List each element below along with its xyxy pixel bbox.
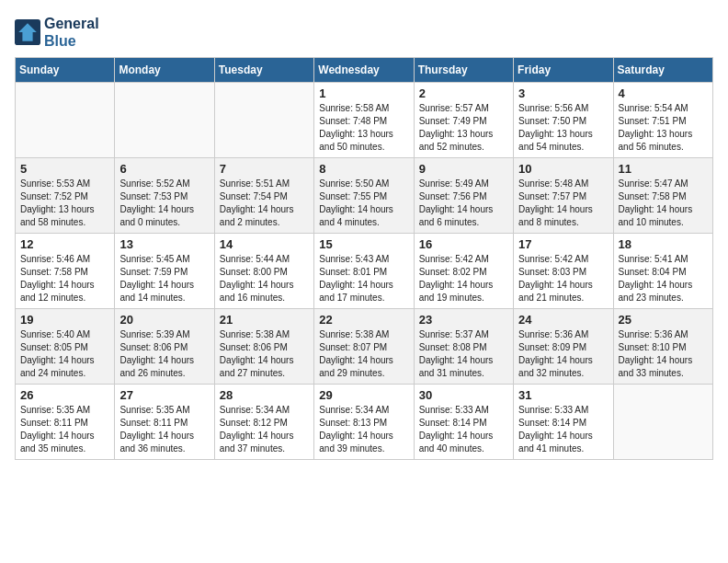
day-info: Sunrise: 5:34 AM Sunset: 8:13 PM Dayligh… xyxy=(319,404,408,455)
day-info: Sunrise: 5:35 AM Sunset: 8:11 PM Dayligh… xyxy=(20,404,109,455)
day-number: 30 xyxy=(419,388,508,402)
day-info: Sunrise: 5:40 AM Sunset: 8:05 PM Dayligh… xyxy=(20,328,109,380)
logo-icon xyxy=(15,19,40,45)
day-info: Sunrise: 5:42 AM Sunset: 8:03 PM Dayligh… xyxy=(518,253,608,304)
calendar-cell: 4Sunrise: 5:54 AM Sunset: 7:51 PM Daylig… xyxy=(613,83,712,158)
calendar-cell: 16Sunrise: 5:42 AM Sunset: 8:02 PM Dayli… xyxy=(414,234,513,309)
day-info: Sunrise: 5:51 AM Sunset: 7:54 PM Dayligh… xyxy=(220,178,309,229)
day-number: 20 xyxy=(119,313,209,327)
week-row-4: 19Sunrise: 5:40 AM Sunset: 8:05 PM Dayli… xyxy=(16,309,713,385)
calendar-cell: 5Sunrise: 5:53 AM Sunset: 7:52 PM Daylig… xyxy=(16,158,115,234)
logo-text: GeneralBlue xyxy=(44,15,99,50)
calendar-cell: 25Sunrise: 5:36 AM Sunset: 8:10 PM Dayli… xyxy=(613,309,712,385)
day-number: 17 xyxy=(518,237,608,251)
day-number: 3 xyxy=(518,86,608,100)
day-number: 10 xyxy=(518,162,608,176)
calendar-cell: 26Sunrise: 5:35 AM Sunset: 8:11 PM Dayli… xyxy=(16,385,115,460)
day-info: Sunrise: 5:46 AM Sunset: 7:58 PM Dayligh… xyxy=(20,253,109,304)
calendar-cell: 24Sunrise: 5:36 AM Sunset: 8:09 PM Dayli… xyxy=(514,309,613,385)
day-info: Sunrise: 5:33 AM Sunset: 8:14 PM Dayligh… xyxy=(518,404,608,455)
logo: GeneralBlue xyxy=(15,15,99,50)
day-info: Sunrise: 5:45 AM Sunset: 7:59 PM Dayligh… xyxy=(119,253,209,304)
day-number: 21 xyxy=(220,313,309,327)
day-number: 1 xyxy=(319,86,408,100)
day-number: 8 xyxy=(319,162,408,176)
calendar-cell: 17Sunrise: 5:42 AM Sunset: 8:03 PM Dayli… xyxy=(514,234,613,309)
day-number: 19 xyxy=(20,313,109,327)
day-info: Sunrise: 5:38 AM Sunset: 8:06 PM Dayligh… xyxy=(220,328,309,380)
day-info: Sunrise: 5:34 AM Sunset: 8:12 PM Dayligh… xyxy=(220,404,309,455)
day-info: Sunrise: 5:33 AM Sunset: 8:14 PM Dayligh… xyxy=(419,404,508,455)
day-info: Sunrise: 5:37 AM Sunset: 8:08 PM Dayligh… xyxy=(419,328,508,380)
calendar-cell: 11Sunrise: 5:47 AM Sunset: 7:58 PM Dayli… xyxy=(613,158,712,234)
calendar-cell: 28Sunrise: 5:34 AM Sunset: 8:12 PM Dayli… xyxy=(214,385,313,460)
calendar-cell xyxy=(214,83,313,158)
calendar-cell: 13Sunrise: 5:45 AM Sunset: 7:59 PM Dayli… xyxy=(115,234,214,309)
day-number: 6 xyxy=(119,162,209,176)
week-row-5: 26Sunrise: 5:35 AM Sunset: 8:11 PM Dayli… xyxy=(16,385,713,460)
day-number: 28 xyxy=(220,388,309,402)
col-header-tuesday: Tuesday xyxy=(214,58,313,83)
week-row-3: 12Sunrise: 5:46 AM Sunset: 7:58 PM Dayli… xyxy=(16,234,713,309)
calendar-cell: 3Sunrise: 5:56 AM Sunset: 7:50 PM Daylig… xyxy=(514,83,613,158)
header-row: SundayMondayTuesdayWednesdayThursdayFrid… xyxy=(16,58,713,83)
day-number: 26 xyxy=(20,388,109,402)
page-header: GeneralBlue xyxy=(15,15,713,50)
calendar-cell: 9Sunrise: 5:49 AM Sunset: 7:56 PM Daylig… xyxy=(414,158,513,234)
col-header-wednesday: Wednesday xyxy=(314,58,414,83)
calendar-cell: 7Sunrise: 5:51 AM Sunset: 7:54 PM Daylig… xyxy=(214,158,313,234)
day-info: Sunrise: 5:41 AM Sunset: 8:04 PM Dayligh… xyxy=(619,253,708,304)
calendar-cell: 22Sunrise: 5:38 AM Sunset: 8:07 PM Dayli… xyxy=(314,309,414,385)
day-number: 4 xyxy=(619,86,708,100)
day-number: 31 xyxy=(518,388,608,402)
day-number: 14 xyxy=(220,237,309,251)
day-number: 23 xyxy=(419,313,508,327)
col-header-sunday: Sunday xyxy=(16,58,115,83)
day-info: Sunrise: 5:48 AM Sunset: 7:57 PM Dayligh… xyxy=(518,178,608,229)
calendar-cell: 23Sunrise: 5:37 AM Sunset: 8:08 PM Dayli… xyxy=(414,309,513,385)
day-info: Sunrise: 5:39 AM Sunset: 8:06 PM Dayligh… xyxy=(119,328,209,380)
week-row-2: 5Sunrise: 5:53 AM Sunset: 7:52 PM Daylig… xyxy=(16,158,713,234)
col-header-friday: Friday xyxy=(514,58,613,83)
day-info: Sunrise: 5:52 AM Sunset: 7:53 PM Dayligh… xyxy=(119,178,209,229)
day-number: 2 xyxy=(419,86,508,100)
calendar-cell: 18Sunrise: 5:41 AM Sunset: 8:04 PM Dayli… xyxy=(613,234,712,309)
day-info: Sunrise: 5:36 AM Sunset: 8:09 PM Dayligh… xyxy=(518,328,608,380)
day-info: Sunrise: 5:44 AM Sunset: 8:00 PM Dayligh… xyxy=(220,253,309,304)
calendar-cell: 8Sunrise: 5:50 AM Sunset: 7:55 PM Daylig… xyxy=(314,158,414,234)
calendar-cell: 30Sunrise: 5:33 AM Sunset: 8:14 PM Dayli… xyxy=(414,385,513,460)
calendar-cell: 15Sunrise: 5:43 AM Sunset: 8:01 PM Dayli… xyxy=(314,234,414,309)
day-info: Sunrise: 5:43 AM Sunset: 8:01 PM Dayligh… xyxy=(319,253,408,304)
calendar-cell: 27Sunrise: 5:35 AM Sunset: 8:11 PM Dayli… xyxy=(115,385,214,460)
col-header-thursday: Thursday xyxy=(414,58,513,83)
day-number: 15 xyxy=(319,237,408,251)
calendar-cell: 6Sunrise: 5:52 AM Sunset: 7:53 PM Daylig… xyxy=(115,158,214,234)
calendar-cell: 10Sunrise: 5:48 AM Sunset: 7:57 PM Dayli… xyxy=(514,158,613,234)
day-number: 24 xyxy=(518,313,608,327)
day-number: 16 xyxy=(419,237,508,251)
calendar-cell xyxy=(115,83,214,158)
day-info: Sunrise: 5:49 AM Sunset: 7:56 PM Dayligh… xyxy=(419,178,508,229)
calendar-cell: 31Sunrise: 5:33 AM Sunset: 8:14 PM Dayli… xyxy=(514,385,613,460)
calendar-cell: 29Sunrise: 5:34 AM Sunset: 8:13 PM Dayli… xyxy=(314,385,414,460)
day-number: 13 xyxy=(119,237,209,251)
calendar-cell: 2Sunrise: 5:57 AM Sunset: 7:49 PM Daylig… xyxy=(414,83,513,158)
calendar-cell: 1Sunrise: 5:58 AM Sunset: 7:48 PM Daylig… xyxy=(314,83,414,158)
day-number: 27 xyxy=(119,388,209,402)
day-number: 9 xyxy=(419,162,508,176)
day-info: Sunrise: 5:36 AM Sunset: 8:10 PM Dayligh… xyxy=(619,328,708,380)
day-number: 12 xyxy=(20,237,109,251)
day-number: 25 xyxy=(619,313,708,327)
day-info: Sunrise: 5:53 AM Sunset: 7:52 PM Dayligh… xyxy=(20,178,109,229)
calendar-cell: 21Sunrise: 5:38 AM Sunset: 8:06 PM Dayli… xyxy=(214,309,313,385)
day-info: Sunrise: 5:47 AM Sunset: 7:58 PM Dayligh… xyxy=(619,178,708,229)
day-info: Sunrise: 5:42 AM Sunset: 8:02 PM Dayligh… xyxy=(419,253,508,304)
calendar-cell: 14Sunrise: 5:44 AM Sunset: 8:00 PM Dayli… xyxy=(214,234,313,309)
week-row-1: 1Sunrise: 5:58 AM Sunset: 7:48 PM Daylig… xyxy=(16,83,713,158)
col-header-monday: Monday xyxy=(115,58,214,83)
calendar-cell: 19Sunrise: 5:40 AM Sunset: 8:05 PM Dayli… xyxy=(16,309,115,385)
day-info: Sunrise: 5:35 AM Sunset: 8:11 PM Dayligh… xyxy=(119,404,209,455)
day-number: 18 xyxy=(619,237,708,251)
calendar-cell xyxy=(613,385,712,460)
day-info: Sunrise: 5:54 AM Sunset: 7:51 PM Dayligh… xyxy=(619,102,708,154)
